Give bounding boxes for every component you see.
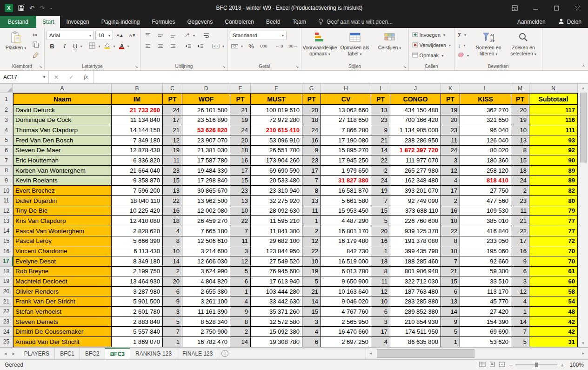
- player-name-cell[interactable]: Evelyne Desot: [13, 256, 112, 267]
- data-cell-H20[interactable]: 10 163 640: [321, 287, 371, 297]
- data-cell-I24[interactable]: 17: [371, 327, 390, 337]
- sheet-tab-bfc1[interactable]: BFC1: [55, 348, 80, 359]
- column-header-N[interactable]: N: [529, 84, 578, 93]
- data-cell-J12[interactable]: 373 688 110: [390, 206, 441, 216]
- data-cell-B13[interactable]: 12 410 080: [112, 216, 163, 226]
- align-bottom-icon[interactable]: [167, 31, 179, 40]
- data-cell-J20[interactable]: 187 763 480: [390, 287, 441, 297]
- data-cell-G14[interactable]: 2: [302, 226, 321, 236]
- tab-bestand[interactable]: Bestand: [0, 16, 36, 28]
- data-cell-F22[interactable]: 35 371 260: [251, 307, 302, 317]
- data-cell-F8[interactable]: 69 690 590: [251, 166, 302, 176]
- data-cell-E25[interactable]: 14: [230, 337, 251, 347]
- data-cell-D13[interactable]: 26 459 270: [182, 216, 230, 226]
- data-cell-J5[interactable]: 238 286 950: [390, 135, 441, 146]
- data-cell-N12[interactable]: 79: [529, 206, 578, 216]
- tab-formules[interactable]: Formules: [146, 16, 181, 28]
- zoom-in-icon[interactable]: +: [560, 362, 564, 369]
- data-cell-B22[interactable]: 2 601 780: [112, 307, 163, 317]
- data-cell-H16[interactable]: 842 730: [321, 246, 371, 256]
- cell-styles-button[interactable]: Celstijlen: [373, 29, 407, 63]
- insert-function-icon[interactable]: fx: [84, 74, 88, 81]
- data-cell-J25[interactable]: 86 635 800: [390, 337, 441, 347]
- data-cell-I16[interactable]: 1: [371, 246, 390, 256]
- data-cell-G6[interactable]: 9: [302, 146, 321, 156]
- fill-color-button[interactable]: [103, 41, 116, 51]
- data-cell-I5[interactable]: 21: [371, 135, 390, 146]
- scroll-down-icon[interactable]: ▼: [578, 339, 588, 347]
- data-cell-E15[interactable]: 11: [230, 236, 251, 247]
- data-cell-D24[interactable]: 2 750 900: [182, 327, 230, 337]
- close-button[interactable]: [567, 0, 588, 16]
- row-header-10[interactable]: 10: [0, 186, 13, 196]
- player-name-cell[interactable]: Olivier Renders: [13, 287, 112, 297]
- data-cell-L5[interactable]: 126 040: [460, 135, 511, 146]
- data-cell-K5[interactable]: 11: [441, 135, 460, 146]
- data-cell-N7[interactable]: 90: [529, 155, 578, 166]
- data-cell-C25[interactable]: 1: [163, 337, 182, 347]
- sheet-nav-right-icon[interactable]: ►: [12, 351, 16, 356]
- comma-style-icon[interactable]: 000: [258, 41, 269, 51]
- data-cell-C11[interactable]: 22: [163, 196, 182, 206]
- sort-filter-button[interactable]: AZ Sorteren en filteren: [472, 29, 505, 63]
- player-name-cell[interactable]: Eric Houtteman: [13, 155, 112, 166]
- scroll-up-icon[interactable]: ▲: [578, 84, 588, 92]
- data-cell-D17[interactable]: 12 606 030: [182, 256, 230, 267]
- accounting-format-icon[interactable]: [230, 41, 244, 51]
- format-cells-button[interactable]: Opmaak: [411, 51, 453, 60]
- row-header-2[interactable]: 2: [0, 105, 13, 115]
- data-cell-K13[interactable]: 10: [441, 216, 460, 226]
- data-cell-J22[interactable]: 289 852 380: [390, 307, 441, 317]
- data-cell-F4[interactable]: 210 615 410: [251, 125, 302, 135]
- row-header-23[interactable]: 23: [0, 317, 13, 327]
- data-cell-I21[interactable]: 10: [371, 296, 390, 307]
- increase-decimal-icon[interactable]: ←.0: [274, 41, 285, 51]
- data-cell-E12[interactable]: 10: [230, 206, 251, 216]
- decrease-decimal-icon[interactable]: .00→: [286, 41, 299, 51]
- sheet-tab-players[interactable]: PLAYERS: [19, 348, 55, 359]
- data-cell-D16[interactable]: 3 214 600: [182, 246, 230, 256]
- data-cell-N3[interactable]: 116: [529, 115, 578, 126]
- data-cell-M10[interactable]: 2: [511, 186, 529, 196]
- tab-pagina-indeling[interactable]: Pagina-indeling: [95, 16, 146, 28]
- format-as-table-button[interactable]: Opmaken als tabel: [338, 29, 372, 63]
- data-cell-I14[interactable]: 20: [371, 226, 390, 236]
- data-cell-C24[interactable]: 7: [163, 327, 182, 337]
- data-cell-M6[interactable]: 8: [511, 146, 529, 156]
- data-cell-M12[interactable]: 11: [511, 206, 529, 216]
- data-cell-N6[interactable]: 92: [529, 146, 578, 156]
- data-cell-J14[interactable]: 939 125 370: [390, 226, 441, 236]
- data-cell-H13[interactable]: 4 487 290: [321, 216, 371, 226]
- data-cell-E16[interactable]: 3: [230, 246, 251, 256]
- data-cell-M4[interactable]: 10: [511, 125, 529, 135]
- column-header-E[interactable]: E: [230, 84, 251, 93]
- align-top-icon[interactable]: [142, 31, 154, 40]
- data-cell-K20[interactable]: 6: [441, 287, 460, 297]
- data-cell-E11[interactable]: 13: [230, 196, 251, 206]
- data-cell-B17[interactable]: 8 349 180: [112, 256, 163, 267]
- row-header-12[interactable]: 12: [0, 206, 13, 216]
- data-cell-D10[interactable]: 30 865 670: [182, 186, 230, 196]
- data-cell-D15[interactable]: 12 506 610: [182, 236, 230, 247]
- data-cell-L3[interactable]: 321 650: [460, 115, 511, 126]
- redo-icon[interactable]: ↷: [40, 5, 45, 11]
- row-header-22[interactable]: 22: [0, 307, 13, 317]
- data-cell-L22[interactable]: 27 420: [460, 307, 511, 317]
- data-cell-E14[interactable]: 7: [230, 226, 251, 236]
- data-cell-B7[interactable]: 6 336 820: [112, 155, 163, 166]
- data-cell-B11[interactable]: 18 040 110: [112, 196, 163, 206]
- data-cell-L19[interactable]: 33 510: [460, 276, 511, 287]
- data-cell-B10[interactable]: 7 596 200: [112, 186, 163, 196]
- data-cell-B19[interactable]: 13 464 930: [112, 276, 163, 287]
- data-cell-C14[interactable]: 4: [163, 226, 182, 236]
- horizontal-scrollbar[interactable]: ◄ ►: [366, 348, 588, 359]
- data-cell-N20[interactable]: 58: [529, 287, 578, 297]
- row-header-17[interactable]: 17: [0, 256, 13, 267]
- data-cell-B20[interactable]: 3 287 980: [112, 287, 163, 297]
- data-cell-L8[interactable]: 258 120: [460, 166, 511, 176]
- player-name-cell[interactable]: Dominique De Cock: [13, 115, 112, 126]
- table-column-header-subtotaal-N[interactable]: Subtotaal: [529, 93, 578, 105]
- data-cell-C23[interactable]: 5: [163, 317, 182, 327]
- cut-button[interactable]: ✂: [31, 30, 42, 40]
- data-cell-K12[interactable]: 16: [441, 206, 460, 216]
